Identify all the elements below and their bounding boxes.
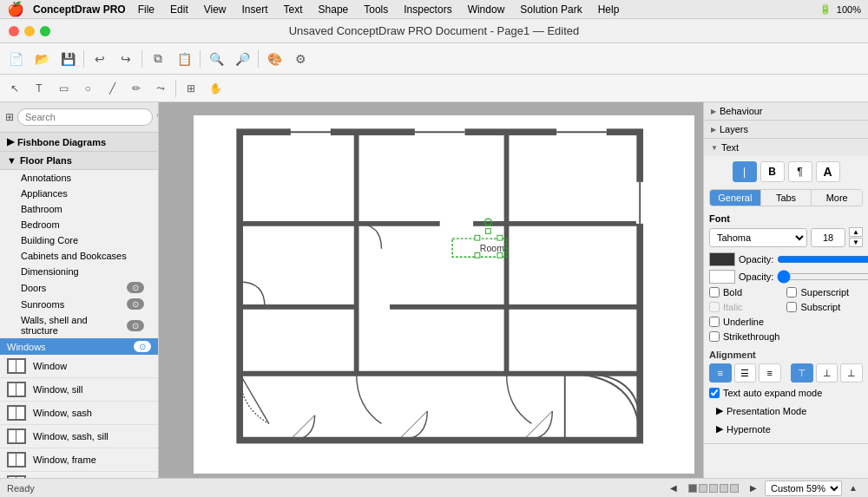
window-item-sash[interactable]: Window, sash [0,402,158,425]
font-size-down[interactable]: ▼ [849,238,863,247]
canvas-area[interactable]: Room [159,102,703,478]
window-item-frame-sill[interactable]: Window, frame, sill [0,472,158,478]
undo-button[interactable]: ↩ [88,47,112,71]
sidebar-item-sunrooms[interactable]: Sunrooms ⊙ [0,296,158,312]
underline-checkbox[interactable] [709,317,720,327]
presentation-mode-row[interactable]: ▶ Presentation Mode [709,402,863,420]
select-tool[interactable]: ↖ [3,77,26,100]
floor-plan-svg[interactable]: Room [194,115,694,474]
sidebar-item-annotations[interactable]: Annotations [0,170,158,186]
window-item-frame[interactable]: Window, frame [0,448,158,472]
connect-tool[interactable]: ⤳ [149,77,172,100]
copy-button[interactable]: ⧉ [146,47,170,71]
align-center-btn[interactable]: ☰ [734,363,757,383]
menu-insert[interactable]: Insert [235,2,275,17]
fill-color-swatch[interactable] [709,252,735,266]
opacity2-slider[interactable] [777,272,868,281]
zoom-in-button[interactable]: 🔍 [204,47,228,71]
menu-window[interactable]: Window [461,2,512,17]
strikethrough-checkbox[interactable] [709,331,720,342]
font-size-stepper[interactable]: ▲ ▼ [849,227,863,247]
align-vtop-btn[interactable]: ⊤ [791,363,813,383]
hypernote-row[interactable]: ▶ Hypernote [709,420,863,438]
close-button[interactable] [9,26,19,36]
rect-tool[interactable]: ▭ [52,77,75,100]
minimize-button[interactable] [24,26,35,36]
sidebar-item-building-core[interactable]: Building Core [0,232,158,248]
sidebar-section-fishbone[interactable]: ▶ Fishbone Diagrams [0,133,158,152]
save-button[interactable]: 💾 [56,47,80,71]
apple-menu[interactable]: 🍎 [7,1,24,17]
pen-tool[interactable]: ✏ [125,77,148,100]
text-icon-bold[interactable]: B [760,161,785,182]
options-button[interactable]: ⚙ [288,47,312,71]
text-auto-expand-checkbox[interactable] [709,388,720,398]
menu-view[interactable]: View [197,2,233,17]
subscript-checkbox[interactable] [786,302,797,312]
sidebar-item-walls[interactable]: Walls, shell and structure ⊙ [0,312,158,338]
page-prev-button[interactable]: ◀ [666,481,681,496]
menu-text[interactable]: Text [277,2,310,17]
behaviour-header[interactable]: ▶ Behaviour [704,102,868,120]
text-tool[interactable]: T [28,77,50,100]
menu-help[interactable]: Help [591,2,627,17]
stroke-color-swatch[interactable] [709,270,735,284]
color-wheel[interactable]: 🎨 [262,47,286,71]
align-vbot-btn[interactable]: ⊥ [840,363,863,383]
window-item-sill[interactable]: Window, sill [0,378,158,402]
align-left-btn[interactable]: ≡ [709,363,732,383]
menu-solution-park[interactable]: Solution Park [513,2,589,17]
zoom-stepper-up[interactable]: ▲ [845,481,861,496]
app-name[interactable]: ConceptDraw PRO [33,3,126,16]
page-dot-2[interactable] [699,484,707,493]
opacity1-slider[interactable] [777,255,868,264]
layers-header[interactable]: ▶ Layers [704,121,868,138]
window-item-window[interactable]: Window [0,355,158,378]
align-right-btn[interactable]: ≡ [759,363,781,383]
menu-tools[interactable]: Tools [357,2,395,17]
maximize-button[interactable] [40,26,50,36]
font-size-up[interactable]: ▲ [849,227,863,237]
menu-edit[interactable]: Edit [163,2,195,17]
menu-inspectors[interactable]: Inspectors [397,2,458,17]
open-button[interactable]: 📂 [30,47,54,71]
page-next-button[interactable]: ▶ [746,481,761,496]
line-tool[interactable]: ╱ [101,77,123,100]
pan-tool[interactable]: ✋ [204,77,227,100]
align-vmid-btn[interactable]: ⊥ [816,363,838,383]
sidebar-item-cabinets[interactable]: Cabinets and Bookcases [0,248,158,264]
zoom-fit-button[interactable]: ⊞ [180,77,202,100]
menu-shape[interactable]: Shape [312,2,356,17]
page-dot-1[interactable] [688,484,697,493]
oval-tool[interactable]: ○ [76,77,99,100]
sidebar-view-toggle[interactable]: ⊞ [5,106,14,128]
sidebar-item-doors[interactable]: Doors ⊙ [0,279,158,296]
text-icon-A[interactable]: A [816,161,840,182]
tab-more[interactable]: More [812,190,862,206]
menu-file[interactable]: File [131,2,161,17]
sidebar-item-bedroom[interactable]: Bedroom [0,217,158,232]
page-dot-3[interactable] [709,484,718,493]
font-size-input[interactable] [811,228,845,247]
text-header[interactable]: ▼ Text [704,139,868,156]
sidebar-item-windows[interactable]: Windows ⊙ [0,338,158,355]
tab-general[interactable]: General [710,190,761,206]
new-button[interactable]: 📄 [3,47,28,71]
text-icon-cursor[interactable]: | [733,161,757,182]
tab-tabs[interactable]: Tabs [761,190,812,206]
sidebar-item-dimensioning[interactable]: Dimensioning [0,264,158,279]
window-item-sash-sill[interactable]: Window, sash, sill [0,425,158,448]
sidebar-item-appliances[interactable]: Appliances [0,186,158,201]
zoom-select[interactable]: Custom 59% [765,481,842,496]
font-select[interactable]: Tahoma [709,228,807,247]
bold-checkbox[interactable] [709,287,720,298]
text-icon-paragraph[interactable]: ¶ [788,161,812,182]
sidebar-section-floorplans[interactable]: ▼ Floor Plans [0,152,158,170]
superscript-checkbox[interactable] [786,287,797,298]
search-input[interactable] [17,108,153,126]
zoom-out-button[interactable]: 🔎 [230,47,254,71]
italic-checkbox[interactable] [709,302,720,312]
page-dot-5[interactable] [730,484,739,493]
sidebar-item-bathroom[interactable]: Bathroom [0,201,158,217]
redo-button[interactable]: ↪ [114,47,138,71]
